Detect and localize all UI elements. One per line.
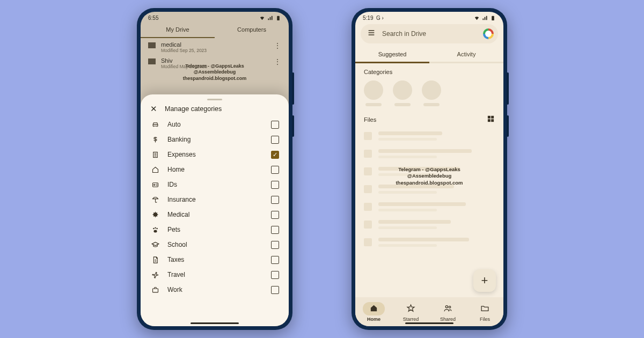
tab-computers[interactable]: Computers xyxy=(215,22,289,38)
nav-files[interactable]: Files xyxy=(466,297,503,326)
svg-rect-21 xyxy=(491,115,494,118)
category-label: School xyxy=(167,241,264,248)
category-label: IDs xyxy=(167,181,264,188)
phone-right: 5:19 G › Search in Drive Suggested Activ… xyxy=(352,8,507,330)
category-checkbox[interactable] xyxy=(271,136,279,144)
status-time: 6:55 xyxy=(148,15,158,21)
file-placeholder[interactable] xyxy=(355,233,503,251)
category-row-expenses[interactable]: Expenses xyxy=(146,147,283,162)
category-row-travel[interactable]: Travel xyxy=(146,267,283,282)
svg-point-9 xyxy=(153,227,155,229)
category-checkbox[interactable] xyxy=(271,271,279,279)
folder-name: Shiv xyxy=(161,57,268,64)
menu-icon[interactable] xyxy=(367,28,376,39)
nav-shared[interactable]: Shared xyxy=(429,297,466,326)
status-bar: 5:19 G › xyxy=(355,12,503,22)
category-row-ids[interactable]: IDs xyxy=(146,177,283,192)
nav-label: Starred xyxy=(403,317,419,322)
category-label: Expenses xyxy=(167,151,264,158)
signal-icon xyxy=(482,15,488,21)
folder-icon xyxy=(148,42,156,48)
file-icon xyxy=(364,132,372,140)
category-row-work[interactable]: Work xyxy=(146,282,283,297)
account-avatar[interactable] xyxy=(482,27,495,40)
category-checkbox[interactable] xyxy=(271,196,279,204)
category-checkbox[interactable] xyxy=(271,256,279,264)
phone-left: 6:55 My Drive Computers medical Modified… xyxy=(137,8,292,330)
medical-icon xyxy=(150,211,160,219)
file-placeholder[interactable] xyxy=(355,180,503,198)
id-icon xyxy=(150,181,160,189)
file-icon xyxy=(364,203,372,211)
grid-view-icon[interactable] xyxy=(487,115,495,125)
category-checkbox[interactable] xyxy=(271,211,279,219)
paw-icon xyxy=(150,226,160,234)
fab-add-button[interactable]: + xyxy=(473,269,496,292)
file-placeholder[interactable] xyxy=(355,198,503,216)
drive-file-list: medical Modified Sep 25, 2023 ⋮ Shiv Mod… xyxy=(141,38,289,72)
category-label: Travel xyxy=(167,271,264,278)
tab-suggested[interactable]: Suggested xyxy=(355,47,429,62)
more-icon[interactable]: ⋮ xyxy=(274,57,281,66)
file-placeholder[interactable] xyxy=(355,216,503,233)
close-icon[interactable]: ✕ xyxy=(150,105,157,113)
category-checkbox[interactable] xyxy=(271,151,279,159)
category-checkbox[interactable] xyxy=(271,241,279,249)
category-checkbox[interactable] xyxy=(271,226,279,234)
svg-rect-22 xyxy=(488,119,491,122)
doc-icon xyxy=(150,256,160,264)
category-checkbox[interactable] xyxy=(271,181,279,189)
wifi-icon xyxy=(259,15,265,21)
folder-row[interactable]: medical Modified Sep 25, 2023 ⋮ xyxy=(147,39,282,55)
category-row-home[interactable]: Home xyxy=(146,162,283,177)
search-bar[interactable]: Search in Drive xyxy=(361,24,498,43)
sheet-title: Manage categories xyxy=(165,105,222,113)
category-row-medical[interactable]: Medical xyxy=(146,207,283,222)
umbrella-icon xyxy=(150,196,160,204)
folder-row[interactable]: Shiv Modified May 20, 2023 ⋮ xyxy=(147,55,282,71)
sheet-grab-handle[interactable] xyxy=(207,99,222,100)
tab-my-drive[interactable]: My Drive xyxy=(141,22,215,38)
home-icon xyxy=(363,302,385,315)
battery-icon xyxy=(275,15,281,21)
folder-icon xyxy=(148,58,156,64)
category-checkbox[interactable] xyxy=(271,286,279,294)
category-label: Home xyxy=(167,166,264,173)
category-placeholder[interactable] xyxy=(393,80,412,106)
category-placeholder[interactable] xyxy=(422,80,441,106)
files-list xyxy=(355,127,503,251)
category-row-banking[interactable]: Banking xyxy=(146,132,283,147)
nav-home[interactable]: Home xyxy=(355,297,392,326)
nav-label: Shared xyxy=(440,317,456,322)
file-placeholder[interactable] xyxy=(355,127,503,145)
nav-label: Home xyxy=(367,317,380,322)
category-row-auto[interactable]: Auto xyxy=(146,117,283,132)
file-placeholder[interactable] xyxy=(355,163,503,180)
people-icon xyxy=(437,302,459,315)
file-icon xyxy=(364,238,372,246)
category-checkbox[interactable] xyxy=(271,166,279,174)
category-row-taxes[interactable]: Taxes xyxy=(146,252,283,267)
nav-label: Files xyxy=(480,317,490,322)
more-icon[interactable]: ⋮ xyxy=(274,41,281,50)
status-bar: 6:55 xyxy=(141,12,289,22)
school-icon xyxy=(150,241,160,249)
svg-point-11 xyxy=(156,227,158,229)
battery-icon xyxy=(490,15,496,21)
home-indicator[interactable] xyxy=(191,322,239,324)
tab-activity[interactable]: Activity xyxy=(429,47,503,62)
nav-starred[interactable]: Starred xyxy=(392,297,429,326)
category-row-insurance[interactable]: Insurance xyxy=(146,192,283,207)
tab-underline xyxy=(355,62,503,63)
category-row-pets[interactable]: Pets xyxy=(146,222,283,237)
svg-point-10 xyxy=(155,227,156,229)
home-indicator[interactable] xyxy=(405,322,453,324)
category-checkbox[interactable] xyxy=(271,121,279,129)
file-placeholder[interactable] xyxy=(355,145,503,163)
svg-rect-15 xyxy=(152,289,158,292)
folder-icon xyxy=(474,302,496,315)
side-button xyxy=(507,115,509,137)
file-icon xyxy=(364,150,372,158)
category-placeholder[interactable] xyxy=(364,80,383,106)
category-row-school[interactable]: School xyxy=(146,237,283,252)
